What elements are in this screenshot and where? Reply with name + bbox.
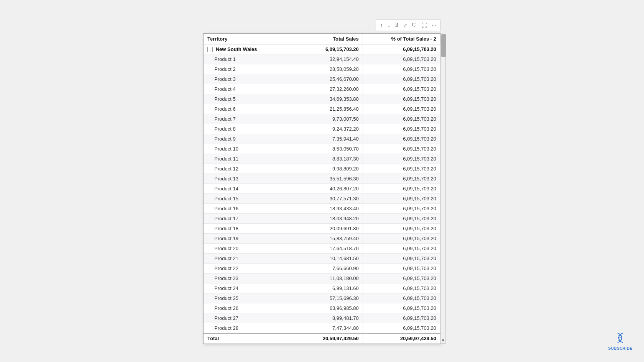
resize-handle-left[interactable] <box>200 34 204 344</box>
table-row: Product 14 40,26,807.20 6,09,15,703.20 <box>204 184 440 194</box>
sales-table: Territory Total Sales % of Total Sales -… <box>204 34 440 344</box>
table-row: Product 8 9,24,372.20 6,09,15,703.20 <box>204 124 440 134</box>
table-row: Product 4 27,32,260.00 6,09,15,703.20 <box>204 84 440 94</box>
product-pct-cell: 6,09,15,703.20 <box>363 283 440 293</box>
fullscreen-icon[interactable]: ⛶ <box>421 21 428 29</box>
total-sales-column-header[interactable]: Total Sales <box>285 34 363 44</box>
product-sales-cell: 35,51,596.30 <box>285 174 363 184</box>
product-pct-cell: 6,09,15,703.20 <box>363 124 440 134</box>
data-table-panel: Territory Total Sales % of Total Sales -… <box>203 33 441 344</box>
product-pct-cell: 6,09,15,703.20 <box>363 323 440 334</box>
product-name-cell: Product 21 <box>204 254 285 264</box>
product-pct-cell: 6,09,15,703.20 <box>363 104 440 114</box>
product-name-cell: Product 14 <box>204 184 285 194</box>
table-row: Product 10 8,53,050.70 6,09,15,703.20 <box>204 144 440 154</box>
table-row: Product 27 8,99,481.70 6,09,15,703.20 <box>204 313 440 323</box>
product-name-cell: Product 22 <box>204 264 285 274</box>
product-sales-cell: 9,98,809.20 <box>285 164 363 174</box>
table-row: Product 13 35,51,596.30 6,09,15,703.20 <box>204 174 440 184</box>
product-name-cell: Product 12 <box>204 164 285 174</box>
product-pct-cell: 6,09,15,703.20 <box>363 214 440 224</box>
subscribe-label: SUBSCRIBE <box>608 346 632 351</box>
product-name-cell: Product 24 <box>204 283 285 293</box>
product-sales-cell: 30,77,571.30 <box>285 194 363 204</box>
table-row: Product 19 15,83,759.40 6,09,15,703.20 <box>204 234 440 244</box>
subscribe-badge: SUBSCRIBE <box>608 331 632 351</box>
group-pct-cell: 6,09,15,703.20 <box>363 44 440 54</box>
product-name-cell: Product 3 <box>204 74 285 84</box>
table-row: Product 25 57,15,696.30 6,09,15,703.20 <box>204 293 440 303</box>
product-pct-cell: 6,09,15,703.20 <box>363 254 440 264</box>
product-name-cell: Product 1 <box>204 54 285 64</box>
product-sales-cell: 25,46,670.00 <box>285 74 363 84</box>
product-pct-cell: 6,09,15,703.20 <box>363 303 440 313</box>
table-wrapper: Territory Total Sales % of Total Sales -… <box>204 34 440 344</box>
table-header-row: Territory Total Sales % of Total Sales -… <box>204 34 440 44</box>
product-pct-cell: 6,09,15,703.20 <box>363 224 440 234</box>
expand-group-icon[interactable]: - <box>207 47 213 52</box>
product-name-cell: Product 8 <box>204 124 285 134</box>
product-sales-cell: 11,08,180.00 <box>285 274 363 283</box>
product-pct-cell: 6,09,15,703.20 <box>363 174 440 184</box>
product-name-cell: Product 5 <box>204 94 285 104</box>
product-sales-cell: 7,66,660.90 <box>285 264 363 274</box>
product-sales-cell: 8,53,050.70 <box>285 144 363 154</box>
total-label-cell: Total <box>204 333 285 344</box>
product-name-cell: Product 7 <box>204 114 285 124</box>
resize-handle-right[interactable] <box>440 34 444 344</box>
group-territory-cell: - New South Wales <box>204 44 285 54</box>
group-total-sales-cell: 6,09,15,703.20 <box>285 44 363 54</box>
table-row: Product 24 6,99,131.60 6,09,15,703.20 <box>204 283 440 293</box>
product-sales-cell: 18,03,948.20 <box>285 214 363 224</box>
product-sales-cell: 9,73,007.50 <box>285 114 363 124</box>
table-row: Product 18 20,09,691.80 6,09,15,703.20 <box>204 224 440 234</box>
more-options-icon[interactable]: ··· <box>430 21 437 29</box>
sort-asc-icon[interactable]: ↑ <box>379 21 384 29</box>
sort-desc-icon[interactable]: ↓ <box>386 21 391 29</box>
product-pct-cell: 6,09,15,703.20 <box>363 293 440 303</box>
product-sales-cell: 40,26,807.20 <box>285 184 363 194</box>
table-row: Product 5 34,69,353.80 6,09,15,703.20 <box>204 94 440 104</box>
product-name-cell: Product 9 <box>204 134 285 144</box>
sort-both-icon[interactable]: ⇵ <box>394 22 400 29</box>
product-name-cell: Product 2 <box>204 64 285 74</box>
territory-column-header[interactable]: Territory <box>204 34 285 44</box>
expand-collapse-icon[interactable]: ⤢ <box>402 22 408 29</box>
product-name-cell: Product 13 <box>204 174 285 184</box>
product-pct-cell: 6,09,15,703.20 <box>363 204 440 214</box>
table-row: Product 21 10,14,681.50 6,09,15,703.20 <box>204 254 440 264</box>
product-sales-cell: 32,94,154.40 <box>285 54 363 64</box>
table-row: Product 17 18,03,948.20 6,09,15,703.20 <box>204 214 440 224</box>
product-sales-cell: 63,96,985.80 <box>285 303 363 313</box>
product-name-cell: Product 27 <box>204 313 285 323</box>
product-pct-cell: 6,09,15,703.20 <box>363 264 440 274</box>
total-sales-cell: 20,59,97,429.50 <box>285 333 363 344</box>
pct-total-sales-column-header[interactable]: % of Total Sales - 2 <box>363 34 440 44</box>
product-pct-cell: 6,09,15,703.20 <box>363 74 440 84</box>
product-pct-cell: 6,09,15,703.20 <box>363 84 440 94</box>
product-sales-cell: 8,99,481.70 <box>285 313 363 323</box>
product-pct-cell: 6,09,15,703.20 <box>363 164 440 174</box>
product-pct-cell: 6,09,15,703.20 <box>363 184 440 194</box>
table-row: Product 9 7,35,941.40 6,09,15,703.20 <box>204 134 440 144</box>
product-name-cell: Product 19 <box>204 234 285 244</box>
product-sales-cell: 17,64,518.70 <box>285 244 363 254</box>
product-pct-cell: 6,09,15,703.20 <box>363 194 440 204</box>
product-name-cell: Product 18 <box>204 224 285 234</box>
product-pct-cell: 6,09,15,703.20 <box>363 134 440 144</box>
filter-icon[interactable]: ⛉ <box>411 21 418 29</box>
table-row: Product 23 11,08,180.00 6,09,15,703.20 <box>204 274 440 283</box>
product-pct-cell: 6,09,15,703.20 <box>363 114 440 124</box>
table-row: Product 22 7,66,660.90 6,09,15,703.20 <box>204 264 440 274</box>
product-pct-cell: 6,09,15,703.20 <box>363 94 440 104</box>
product-sales-cell: 9,24,372.20 <box>285 124 363 134</box>
group-row-nsw: - New South Wales 6,09,15,703.20 6,09,15… <box>204 44 440 54</box>
product-pct-cell: 6,09,15,703.20 <box>363 244 440 254</box>
table-row: Product 26 63,96,985.80 6,09,15,703.20 <box>204 303 440 313</box>
product-name-cell: Product 4 <box>204 84 285 94</box>
product-sales-cell: 57,15,696.30 <box>285 293 363 303</box>
product-sales-cell: 34,69,353.80 <box>285 94 363 104</box>
product-sales-cell: 27,32,260.00 <box>285 84 363 94</box>
product-sales-cell: 10,14,681.50 <box>285 254 363 264</box>
total-pct-cell: 20,59,97,429.50 <box>363 333 440 344</box>
